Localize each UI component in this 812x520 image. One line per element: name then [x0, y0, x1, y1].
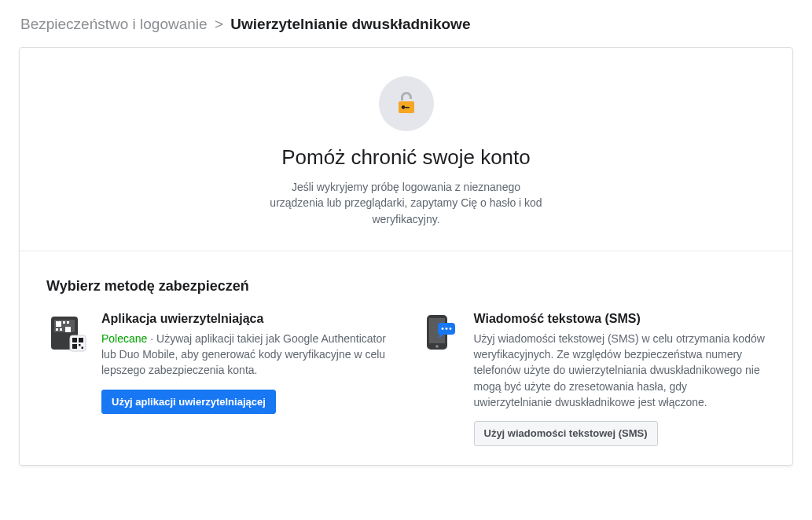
svg-point-19: [435, 345, 439, 348]
use-auth-app-button[interactable]: Użyj aplikacji uwierzytelniającej: [101, 390, 276, 415]
svg-rect-12: [72, 338, 77, 342]
svg-rect-6: [63, 321, 65, 324]
svg-rect-7: [67, 321, 69, 324]
svg-rect-2: [405, 107, 410, 108]
svg-rect-5: [56, 321, 61, 327]
sms-phone-icon: [419, 312, 460, 353]
svg-point-21: [441, 328, 443, 330]
svg-point-22: [445, 328, 447, 330]
option-sms: Wiadomość tekstowa (SMS) Użyj wiadomości…: [419, 312, 766, 446]
use-sms-button[interactable]: Użyj wiadomości tekstowej (SMS): [474, 421, 658, 446]
methods-heading: Wybierz metodę zabezpieczeń: [46, 278, 766, 295]
breadcrumb: Bezpieczeństwo i logowanie > Uwierzyteln…: [20, 16, 793, 33]
option-auth-app-body: Aplikacja uwierzytelniająca Polecane · U…: [101, 312, 394, 414]
hero-description: Jeśli wykryjemy próbę logowania z niezna…: [265, 179, 548, 227]
option-sms-body: Wiadomość tekstowa (SMS) Użyj wiadomości…: [474, 312, 766, 446]
option-auth-app: Aplikacja uwierzytelniająca Polecane · U…: [46, 312, 394, 446]
svg-rect-10: [65, 327, 71, 332]
recommended-label: Polecane: [101, 332, 147, 345]
hero-title: Pomóż chronić swoje konto: [114, 145, 698, 170]
svg-rect-9: [60, 328, 62, 331]
lock-icon: [379, 76, 434, 131]
sms-description: Użyj wiadomości tekstowej (SMS) w celu o…: [474, 331, 766, 410]
hero-section: Pomóż chronić swoje konto Jeśli wykryjem…: [20, 48, 792, 251]
svg-rect-8: [56, 328, 58, 331]
svg-rect-16: [82, 346, 84, 349]
svg-rect-15: [79, 344, 81, 346]
breadcrumb-separator: >: [215, 16, 223, 32]
svg-point-1: [401, 105, 404, 108]
breadcrumb-current: Uwierzytelnianie dwuskładnikowe: [230, 16, 470, 32]
sms-title: Wiadomość tekstowa (SMS): [474, 312, 766, 326]
auth-app-description: Polecane · Używaj aplikacji takiej jak G…: [101, 331, 394, 379]
separator-dot: ·: [147, 332, 156, 345]
qr-phone-icon: [46, 312, 87, 353]
main-card: Pomóż chronić swoje konto Jeśli wykryjem…: [19, 47, 793, 466]
svg-rect-14: [72, 344, 77, 349]
svg-point-23: [449, 328, 451, 330]
svg-rect-13: [79, 338, 83, 342]
methods-section: Wybierz metodę zabezpieczeń: [20, 251, 792, 465]
auth-app-title: Aplikacja uwierzytelniająca: [101, 312, 394, 326]
breadcrumb-parent[interactable]: Bezpieczeństwo i logowanie: [20, 16, 208, 32]
